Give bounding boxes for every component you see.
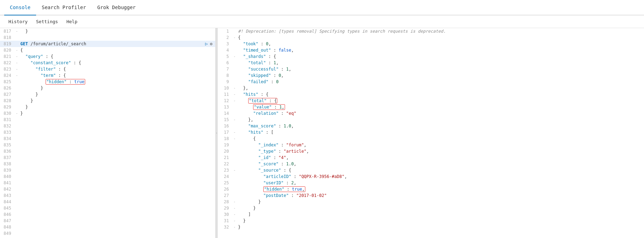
out-line-gutter-18[interactable]: -	[232, 135, 237, 142]
editor-line-822: 822 - "constant_score" : {	[0, 60, 215, 66]
out-line-content-19: "_index" : "forum",	[237, 142, 644, 148]
output-line-15: 15 - },	[218, 117, 644, 123]
out-line-num-30: 30	[218, 211, 232, 218]
editor-line-839: 839	[0, 167, 215, 173]
editor-line-846: 846	[0, 211, 215, 218]
nav-history[interactable]: History	[4, 15, 32, 28]
editor-line-824: 824 - "term" : {	[0, 72, 215, 79]
tab-search-profiler[interactable]: Search Profiler	[36, 0, 91, 15]
out-line-content-27: "postDate" : "2017-01-02"	[237, 192, 644, 199]
output-line-16: 16 "max_score" : 1.0,	[218, 123, 644, 129]
out-line-num-31: 31	[218, 218, 232, 224]
line-content-830: }	[20, 110, 215, 117]
out-line-num-25: 25	[218, 180, 232, 186]
editor-line-825: 825 "hidden" : true	[0, 79, 215, 85]
out-line-num-5: 5	[218, 53, 232, 60]
output-line-32: 32 - }	[218, 224, 644, 230]
output-line-22: 22 "_score" : 1.0,	[218, 161, 644, 167]
line-gutter-820[interactable]: -	[14, 47, 20, 53]
line-num-825: 825	[0, 79, 14, 85]
output-line-7: 7 "successful" : 1,	[218, 66, 644, 72]
editor-line-837: 837	[0, 154, 215, 161]
out-line-content-3: "took" : 0,	[237, 41, 644, 47]
output-line-28: 28 - }	[218, 199, 644, 205]
out-line-content-25: "userID" : 2,	[237, 180, 644, 186]
line-gutter-824[interactable]: -	[14, 72, 20, 79]
out-line-content-23: "_source" : {	[237, 167, 644, 173]
editor-line-836: 836	[0, 148, 215, 154]
out-line-gutter-10[interactable]: -	[232, 85, 237, 91]
out-line-content-20: "_type" : "article",	[237, 148, 644, 154]
output-line-2: 2 - {	[218, 34, 644, 41]
out-line-content-11: "hits" : {	[237, 91, 644, 98]
editor-line-838: 838	[0, 161, 215, 167]
out-line-num-11: 11	[218, 91, 232, 98]
out-line-content-2: {	[237, 34, 644, 41]
line-content-828: }	[20, 98, 215, 104]
out-line-num-15: 15	[218, 117, 232, 123]
editor-line-823: 823 - "filter" : {	[0, 66, 215, 72]
nav-settings[interactable]: Settings	[32, 15, 62, 28]
output-line-27: 27 "postDate" : "2017-01-02"	[218, 192, 644, 199]
line-gutter-822[interactable]: -	[14, 60, 20, 66]
main-content: 817 - } 818 819 GET /forum/article/_sear…	[0, 28, 644, 238]
output-line-8: 8 "skipped" : 0,	[218, 72, 644, 79]
output-line-23: 23 - "_source" : {	[218, 167, 644, 173]
editor-code-lines: 817 - } 818 819 GET /forum/article/_sear…	[0, 28, 215, 237]
out-line-content-1: #! Deprecation: [types removal] Specifyi…	[237, 28, 644, 34]
out-line-content-12: "total" : {	[237, 98, 644, 104]
out-line-num-32: 32	[218, 224, 232, 230]
output-line-11: 11 - "hits" : {	[218, 91, 644, 98]
run-icon[interactable]: ▷	[205, 41, 208, 47]
output-code-lines: 1 #! Deprecation: [types removal] Specif…	[218, 28, 644, 230]
line-gutter-823[interactable]: -	[14, 66, 20, 72]
out-line-num-8: 8	[218, 72, 232, 79]
line-gutter-817[interactable]: -	[14, 28, 20, 34]
output-line-18: 18 - {	[218, 135, 644, 142]
out-line-gutter-23[interactable]: -	[232, 167, 237, 173]
out-line-content-14: "relation" : "eq"	[237, 110, 644, 117]
out-line-content-18: {	[237, 135, 644, 142]
settings-icon[interactable]: ⚙	[210, 41, 212, 47]
out-line-num-9: 9	[218, 79, 232, 85]
tab-grok-debugger[interactable]: Grok Debugger	[91, 0, 141, 15]
output-line-13: 13 "value" : 1,	[218, 104, 644, 110]
out-line-gutter-11[interactable]: -	[232, 91, 237, 98]
out-line-num-21: 21	[218, 154, 232, 161]
out-line-content-28: }	[237, 199, 644, 205]
editor-line-818: 818	[0, 34, 215, 41]
out-line-num-12: 12	[218, 98, 232, 104]
tab-console[interactable]: Console	[4, 0, 36, 15]
line-content-822: "constant_score" : {	[20, 60, 215, 66]
editor-line-847: 847	[0, 218, 215, 224]
line-gutter-830[interactable]: -	[14, 110, 20, 117]
out-line-gutter-5[interactable]: -	[232, 53, 237, 60]
out-line-content-31: }	[237, 218, 644, 224]
out-line-gutter-2[interactable]: -	[232, 34, 237, 41]
out-line-gutter-15[interactable]: -	[232, 117, 237, 123]
output-line-10: 10 - },	[218, 85, 644, 91]
out-line-num-27: 27	[218, 192, 232, 199]
output-line-1: 1 #! Deprecation: [types removal] Specif…	[218, 28, 644, 34]
out-line-gutter-30[interactable]: -	[232, 211, 237, 218]
out-line-num-14: 14	[218, 110, 232, 117]
out-line-num-22: 22	[218, 161, 232, 167]
out-line-gutter-28[interactable]: -	[232, 199, 237, 205]
line-content-826: }	[20, 85, 215, 91]
line-num-827: 827	[0, 91, 14, 98]
out-line-gutter-17[interactable]: -	[232, 129, 237, 135]
out-line-gutter-12[interactable]: -	[232, 98, 237, 104]
out-line-gutter-32[interactable]: -	[232, 224, 237, 230]
out-line-gutter-29[interactable]: -	[232, 205, 237, 211]
output-line-5: 5 - "_shards" : {	[218, 53, 644, 60]
out-line-content-8: "skipped" : 0,	[237, 72, 644, 79]
editor-line-843: 843	[0, 192, 215, 199]
out-line-num-4: 4	[218, 47, 232, 53]
line-gutter-821[interactable]: -	[14, 53, 20, 60]
editor-line-832: 832	[0, 123, 215, 129]
nav-help[interactable]: Help	[62, 15, 81, 28]
line-num-817: 817	[0, 28, 14, 34]
editor-line-819: 819 GET /forum/article/_search ▷ ⚙	[0, 41, 215, 47]
out-line-gutter-31[interactable]: -	[232, 218, 237, 224]
output-line-19: 19 "_index" : "forum",	[218, 142, 644, 148]
